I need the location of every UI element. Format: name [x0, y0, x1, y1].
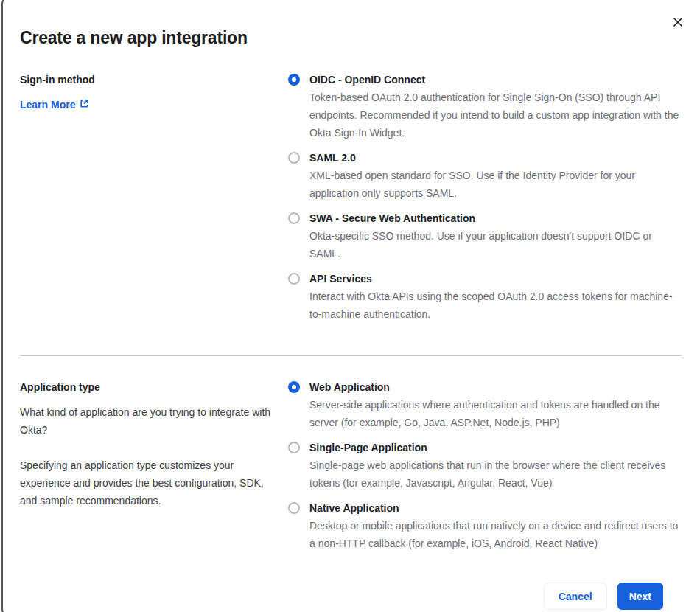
radio-option-saml[interactable]: SAML 2.0 XML-based open standard for SSO…: [288, 149, 682, 202]
option-description: Okta-specific SSO method. Use if your ap…: [309, 227, 682, 262]
radio-option-swa[interactable]: SWA - Secure Web Authentication Okta-spe…: [288, 209, 682, 262]
modal-title: Create a new app integration: [20, 28, 682, 48]
option-label: Single-Page Application: [309, 439, 682, 456]
radio-option-web-application[interactable]: Web Application Server-side applications…: [288, 378, 682, 431]
option-description: XML-based open standard for SSO. Use if …: [309, 167, 682, 202]
option-label: Web Application: [309, 378, 682, 396]
radio-selected-icon[interactable]: [288, 74, 300, 86]
signin-method-section: Sign-in method Learn More OIDC - OpenID …: [20, 71, 682, 330]
radio-option-single-page-application[interactable]: Single-Page Application Single-page web …: [288, 439, 682, 492]
radio-selected-icon[interactable]: [288, 381, 300, 393]
section-divider: [20, 355, 682, 356]
radio-unselected-icon[interactable]: [288, 502, 300, 514]
application-type-radio-group: Web Application Server-side applications…: [288, 378, 682, 560]
application-type-help-text-2: Specifying an application type customize…: [20, 456, 274, 510]
application-type-heading: Application type: [20, 378, 274, 396]
external-link-icon: [80, 96, 89, 114]
modal-footer: Cancel Next: [20, 560, 682, 610]
radio-option-native-application[interactable]: Native Application Desktop or mobile app…: [288, 499, 682, 552]
signin-method-radio-group: OIDC - OpenID Connect Token-based OAuth …: [288, 71, 682, 330]
option-label: API Services: [309, 270, 682, 288]
radio-unselected-icon[interactable]: [288, 273, 300, 285]
option-label: SAML 2.0: [309, 149, 682, 167]
option-description: Single-page web applications that run in…: [309, 456, 682, 492]
modal-dialog: Create a new app integration Sign-in met…: [0, 0, 700, 610]
radio-unselected-icon[interactable]: [288, 152, 300, 164]
learn-more-link[interactable]: Learn More: [20, 96, 89, 114]
radio-unselected-icon[interactable]: [288, 442, 300, 453]
option-description: Server-side applications where authentic…: [309, 396, 682, 431]
next-button[interactable]: Next: [617, 583, 663, 610]
option-label: SWA - Secure Web Authentication: [309, 209, 682, 227]
application-type-section: Application type What kind of applicatio…: [20, 378, 682, 560]
application-type-help-text-1: What kind of application are you trying …: [20, 403, 274, 439]
option-label: OIDC - OpenID Connect: [309, 71, 682, 88]
cancel-button[interactable]: Cancel: [544, 583, 607, 610]
radio-unselected-icon[interactable]: [288, 212, 300, 224]
option-label: Native Application: [309, 499, 682, 517]
learn-more-label: Learn More: [20, 96, 75, 114]
radio-option-api-services[interactable]: API Services Interact with Okta APIs usi…: [288, 270, 682, 323]
radio-option-oidc[interactable]: OIDC - OpenID Connect Token-based OAuth …: [288, 71, 682, 142]
option-description: Desktop or mobile applications that run …: [309, 517, 682, 552]
option-description: Token-based OAuth 2.0 authentication for…: [309, 88, 682, 142]
option-description: Interact with Okta APIs using the scoped…: [309, 288, 682, 323]
signin-method-heading: Sign-in method: [20, 71, 274, 88]
